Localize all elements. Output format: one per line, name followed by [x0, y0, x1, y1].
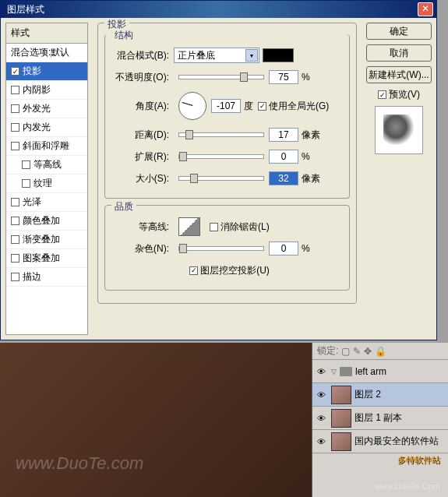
- spread-row: 扩展(R): 0 %: [111, 148, 343, 165]
- contour-row: 等高线: 消除锯齿(L): [111, 218, 343, 235]
- layer-thumbnail: [331, 432, 351, 451]
- noise-slider[interactable]: [178, 246, 264, 251]
- effect-color-overlay[interactable]: 颜色叠加: [6, 212, 87, 231]
- effect-gradient-overlay[interactable]: 渐变叠加: [6, 231, 87, 249]
- style-header: 样式: [6, 23, 87, 44]
- lock-transparency-icon[interactable]: ▢: [341, 346, 350, 357]
- effect-contour[interactable]: 等高线: [6, 156, 87, 174]
- dialog-body: 样式 混合选项:默认 投影 内阴影 外发光 内发光 斜面和浮雕 等高线 纹理 光…: [1, 18, 436, 340]
- style-list-panel: 样式 混合选项:默认 投影 内阴影 外发光 内发光 斜面和浮雕 等高线 纹理 光…: [5, 23, 88, 335]
- global-light-checkbox[interactable]: 使用全局光(G): [258, 100, 329, 113]
- spread-slider[interactable]: [178, 154, 264, 159]
- effect-bevel[interactable]: 斜面和浮雕: [6, 137, 87, 156]
- watermark: 多特软件站: [397, 454, 440, 466]
- checkbox-icon[interactable]: [22, 179, 30, 188]
- eye-icon[interactable]: 👁: [316, 436, 326, 447]
- checkbox-icon[interactable]: [22, 160, 30, 169]
- checkbox-icon[interactable]: [11, 67, 19, 76]
- chevron-down-icon[interactable]: ▽: [331, 368, 337, 375]
- checkbox-icon: [258, 102, 266, 111]
- checkbox-icon[interactable]: [11, 86, 19, 94]
- distance-slider[interactable]: [178, 132, 264, 137]
- checkbox-icon[interactable]: [11, 123, 19, 132]
- lock-all-icon[interactable]: 🔒: [375, 346, 386, 357]
- folder-icon: [340, 367, 352, 376]
- effect-outer-glow[interactable]: 外发光: [6, 100, 87, 118]
- angle-label: 角度(A):: [111, 100, 174, 113]
- ok-button[interactable]: 确定: [366, 23, 432, 40]
- effect-stroke[interactable]: 描边: [6, 268, 87, 287]
- knockout-checkbox[interactable]: 图层挖空投影(U): [189, 264, 270, 277]
- checkbox-icon[interactable]: [11, 104, 19, 113]
- quality-title: 品质: [111, 200, 136, 213]
- layer-name: 图层 2: [355, 388, 445, 401]
- layer-name: 国内最安全的软件站: [355, 435, 445, 448]
- eye-icon[interactable]: 👁: [316, 389, 326, 400]
- checkbox-icon[interactable]: [11, 142, 19, 150]
- layers-lock-row: 锁定: ▢ ✎ ✥ 🔒: [312, 343, 448, 360]
- contour-label: 等高线:: [111, 220, 174, 234]
- effect-pattern-overlay[interactable]: 图案叠加: [6, 249, 87, 268]
- titlebar[interactable]: 图层样式 ✕: [1, 1, 436, 18]
- effect-satin[interactable]: 光泽: [6, 193, 87, 212]
- antialias-checkbox[interactable]: 消除锯齿(L): [210, 220, 270, 234]
- blend-mode-dropdown[interactable]: 正片叠底 ▾: [174, 48, 259, 63]
- chevron-down-icon: ▾: [245, 49, 258, 62]
- blend-options-item[interactable]: 混合选项:默认: [6, 44, 87, 62]
- noise-row: 杂色(N): 0 %: [111, 240, 343, 257]
- angle-input[interactable]: -107: [211, 99, 241, 113]
- checkbox-icon[interactable]: [11, 254, 19, 263]
- new-style-button[interactable]: 新建样式(W)...: [366, 66, 432, 83]
- layer-name: 图层 1 副本: [355, 411, 445, 425]
- effect-drop-shadow[interactable]: 投影: [6, 62, 87, 81]
- checkbox-icon: [210, 223, 218, 231]
- lower-area: www.DuoTe.com 锁定: ▢ ✎ ✥ 🔒 👁 ▽ left arm 👁…: [0, 343, 448, 497]
- checkbox-icon[interactable]: [11, 198, 19, 206]
- shadow-fieldset: 投影 结构 混合模式(B): 正片叠底 ▾ 不透明度(O):: [97, 23, 357, 304]
- document-canvas[interactable]: www.DuoTe.com: [0, 343, 312, 497]
- quality-fieldset: 品质 等高线: 消除锯齿(L) 杂色(N): 0 % 图层挖空投影(U): [104, 205, 350, 291]
- checkbox-icon: [189, 266, 198, 275]
- blend-mode-row: 混合模式(B): 正片叠底 ▾: [111, 47, 343, 64]
- knockout-row: 图层挖空投影(U): [111, 262, 343, 279]
- checkbox-icon[interactable]: [11, 273, 19, 281]
- effect-inner-shadow[interactable]: 内阴影: [6, 81, 87, 100]
- distance-input[interactable]: 17: [269, 128, 298, 142]
- effect-texture[interactable]: 纹理: [6, 174, 87, 193]
- eye-icon[interactable]: 👁: [316, 366, 326, 377]
- layer-row[interactable]: 👁 图层 1 副本: [312, 407, 448, 430]
- layer-group-row[interactable]: 👁 ▽ left arm: [312, 360, 448, 383]
- opacity-slider[interactable]: [178, 75, 264, 79]
- distance-label: 距离(D):: [111, 129, 174, 142]
- lock-move-icon[interactable]: ✥: [364, 346, 372, 357]
- spread-input[interactable]: 0: [269, 150, 298, 164]
- close-button[interactable]: ✕: [418, 2, 433, 16]
- structure-fieldset: 结构 混合模式(B): 正片叠底 ▾ 不透明度(O): 75 %: [104, 34, 350, 199]
- eye-icon[interactable]: 👁: [316, 413, 326, 424]
- opacity-row: 不透明度(O): 75 %: [111, 69, 343, 86]
- shadow-color-swatch[interactable]: [263, 48, 294, 62]
- effect-inner-glow[interactable]: 内发光: [6, 118, 87, 137]
- watermark: www.DuoTe.com: [16, 453, 143, 474]
- opacity-input[interactable]: 75: [269, 70, 298, 84]
- checkbox-icon: [378, 90, 386, 99]
- size-slider[interactable]: [178, 176, 264, 181]
- size-input[interactable]: 32: [269, 171, 298, 185]
- spread-label: 扩展(R):: [111, 150, 174, 164]
- blend-mode-label: 混合模式(B):: [111, 49, 174, 62]
- cancel-button[interactable]: 取消: [366, 44, 432, 62]
- angle-dial[interactable]: [178, 92, 206, 120]
- button-panel: 确定 取消 新建样式(W)... 预览(V): [362, 23, 432, 335]
- noise-input[interactable]: 0: [269, 241, 298, 256]
- checkbox-icon[interactable]: [11, 217, 19, 225]
- settings-panel: 投影 结构 混合模式(B): 正片叠底 ▾ 不透明度(O):: [93, 23, 362, 335]
- lock-brush-icon[interactable]: ✎: [353, 346, 361, 357]
- dialog-title: 图层样式: [4, 3, 418, 16]
- size-row: 大小(S): 32 像素: [111, 170, 343, 187]
- layer-row[interactable]: 👁 图层 2: [312, 383, 448, 407]
- layer-row[interactable]: 👁 国内最安全的软件站: [312, 430, 448, 453]
- angle-row: 角度(A): -107 度 使用全局光(G): [111, 90, 343, 122]
- contour-picker[interactable]: [178, 217, 200, 236]
- preview-checkbox[interactable]: 预览(V): [366, 88, 432, 101]
- checkbox-icon[interactable]: [11, 235, 19, 244]
